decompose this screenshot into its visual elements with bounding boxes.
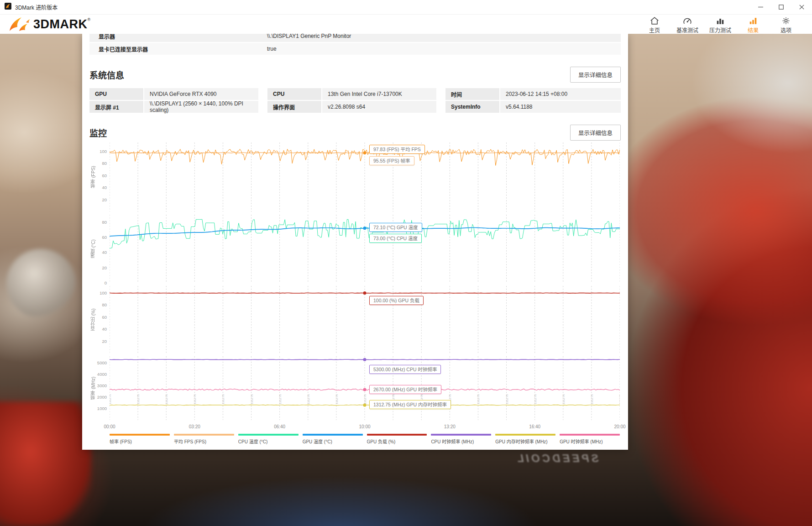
y-tick-label: 20 bbox=[102, 265, 107, 270]
plot-area-temperature[interactable]: 72.10 (°C) GPU 温度73.00 (°C) CPU 温度 bbox=[110, 215, 620, 283]
data-point-marker bbox=[363, 404, 367, 407]
registered-mark: ® bbox=[88, 17, 91, 22]
plot-area-load[interactable]: 100.00 (%) GPU 负载 bbox=[110, 286, 620, 353]
home-icon bbox=[650, 16, 659, 25]
nav-label: 选项 bbox=[781, 26, 791, 34]
x-tick-label: 20:00 bbox=[614, 424, 625, 429]
y-axis-title: 温度 (°C) bbox=[89, 215, 97, 283]
y-tick-label: 40 bbox=[102, 185, 107, 190]
legend-item[interactable]: GPU 温度 (°C) bbox=[303, 434, 363, 445]
system-info-header: 系统信息 显示详细信息 bbox=[89, 67, 621, 83]
background-car-part bbox=[0, 402, 91, 526]
cell-label: GPU bbox=[89, 88, 143, 100]
system-info-table: GPU NVIDIA GeForce RTX 4090 显示屏 #1 \\.\D… bbox=[89, 88, 621, 113]
maximize-button[interactable] bbox=[771, 0, 791, 14]
legend-item[interactable]: GPU 负载 (%) bbox=[367, 434, 427, 445]
svg-text:1312.75: 1312.75 bbox=[222, 394, 225, 404]
minimize-icon bbox=[758, 5, 763, 10]
svg-text:1312.75: 1312.75 bbox=[591, 394, 593, 404]
cell-value: 2023-06-12 14:15 +08:00 bbox=[500, 88, 621, 100]
data-point-marker bbox=[363, 291, 367, 295]
cell-value: NVIDIA GeForce RTX 4090 bbox=[144, 88, 258, 100]
legend-color-bar bbox=[110, 434, 170, 436]
data-point-marker bbox=[363, 358, 367, 361]
close-button[interactable] bbox=[791, 0, 812, 14]
y-tick-label: 100 bbox=[100, 149, 107, 154]
row-value: true bbox=[258, 46, 277, 52]
legend-label: GPU 时钟频率 (MHz) bbox=[560, 438, 620, 445]
data-point-marker bbox=[363, 388, 367, 391]
nav-stress-test[interactable]: 压力测试 bbox=[706, 16, 734, 34]
y-tick-label: 100 bbox=[100, 290, 107, 295]
svg-text:1312.75: 1312.75 bbox=[251, 394, 253, 404]
row-label: 显示器 bbox=[89, 34, 258, 40]
monitoring-charts: 帧率 (FPS) 10080604020 97.83 (FPS) 平均 FPS9… bbox=[89, 142, 621, 420]
table-row: GPU NVIDIA GeForce RTX 4090 bbox=[89, 88, 258, 100]
monitoring-details-button[interactable]: 显示详细信息 bbox=[570, 125, 621, 141]
chart-annotation: 1312.75 (MHz) GPU 内存时钟频率 bbox=[369, 400, 451, 409]
cell-value: v5.64.1188 bbox=[500, 101, 621, 113]
table-row: CPU 13th Gen Intel Core i7-13700K bbox=[267, 88, 436, 100]
table-row: 操作界面 v2.26.8098 s64 bbox=[267, 101, 436, 113]
chart-canvas bbox=[110, 215, 620, 283]
cell-label: SystemInfo bbox=[445, 101, 499, 113]
chart-fps: 帧率 (FPS) 10080604020 97.83 (FPS) 平均 FPS9… bbox=[89, 142, 621, 212]
x-tick-label: 16:40 bbox=[529, 424, 540, 429]
cell-value: \\.\DISPLAY1 (2560 × 1440, 100% DPI scal… bbox=[144, 101, 258, 113]
nav-home[interactable]: 主页 bbox=[640, 16, 669, 34]
nav-benchmark[interactable]: 基准测试 bbox=[673, 16, 702, 34]
legend-item[interactable]: GPU 内存时钟频率 (MHz) bbox=[495, 434, 555, 445]
chart-annotation: 73.00 (°C) CPU 温度 bbox=[369, 234, 422, 243]
chart-load-percent: 百分比 (%) 10080604020 100.00 (%) GPU 负载 bbox=[89, 286, 621, 353]
y-tick-label: 1000 bbox=[97, 406, 107, 411]
legend-item[interactable]: CPU 温度 (°C) bbox=[238, 434, 299, 445]
legend-color-bar bbox=[367, 434, 427, 436]
x-axis: 00:0003:2006:4010:0013:2016:4020:00 bbox=[89, 423, 621, 430]
y-axis-ticks: 10080604020 bbox=[97, 142, 110, 212]
svg-text:1312.75: 1312.75 bbox=[307, 394, 310, 404]
plot-area-frequency[interactable]: 1312.751312.751312.751312.751312.751312.… bbox=[110, 356, 620, 420]
nav-label: 基准测试 bbox=[676, 26, 698, 34]
legend-color-bar bbox=[303, 434, 363, 436]
x-tick-label: 13:20 bbox=[444, 424, 456, 429]
svg-text:1312.75: 1312.75 bbox=[335, 394, 338, 404]
y-tick-label: 3000 bbox=[97, 383, 107, 388]
y-tick-label: 4000 bbox=[97, 372, 107, 377]
table-row: SystemInfo v5.64.1188 bbox=[445, 101, 621, 113]
y-axis-ticks: 50004000300020001000 bbox=[97, 356, 110, 420]
gauge-icon bbox=[683, 16, 692, 25]
background-livery-text: SPEEDCOIL bbox=[515, 452, 599, 465]
system-info-details-button[interactable]: 显示详细信息 bbox=[570, 67, 621, 83]
x-tick-label: 03:20 bbox=[189, 424, 200, 429]
chart-canvas bbox=[110, 286, 620, 353]
y-tick-label: 60 bbox=[102, 173, 107, 178]
legend-color-bar bbox=[238, 434, 299, 436]
legend-row: 帧率 (FPS)平均 FPS (FPS)CPU 温度 (°C)GPU 温度 (°… bbox=[89, 434, 621, 445]
nav-results[interactable]: 结果 bbox=[739, 16, 767, 34]
y-tick-label: 40 bbox=[102, 326, 107, 331]
y-tick-label: 5000 bbox=[97, 360, 107, 365]
display-detail-table: 显示器 \\.\DISPLAY1 Generic PnP Monitor 显卡已… bbox=[89, 34, 621, 55]
cell-value: 13th Gen Intel Core i7-13700K bbox=[322, 88, 436, 100]
legend-label: GPU 内存时钟频率 (MHz) bbox=[495, 438, 555, 445]
plot-area-fps[interactable]: 97.83 (FPS) 平均 FPS95.55 (FPS) 帧率 bbox=[110, 142, 620, 212]
cell-value: v2.26.8098 s64 bbox=[322, 101, 436, 113]
legend-item[interactable]: 帧率 (FPS) bbox=[110, 434, 170, 445]
gear-icon bbox=[781, 16, 791, 25]
legend-color-bar bbox=[560, 434, 620, 436]
legend-item[interactable]: GPU 时钟频率 (MHz) bbox=[560, 434, 620, 445]
minimize-button[interactable] bbox=[750, 0, 771, 14]
y-tick-label: 80 bbox=[102, 302, 107, 307]
nav-options[interactable]: 选项 bbox=[772, 16, 800, 34]
legend-item[interactable]: CPU 时钟频率 (MHz) bbox=[431, 434, 491, 445]
chart-annotation: 5300.00 (MHz) CPU 时钟频率 bbox=[369, 365, 441, 374]
y-tick-label: 0 bbox=[105, 280, 107, 285]
window-titlebar: 3DMark 进阶版本 bbox=[0, 0, 812, 15]
data-point-marker bbox=[363, 151, 367, 154]
chart-annotation: 2670.00 (MHz) GPU 时钟频率 bbox=[369, 385, 441, 394]
legend-item[interactable]: 平均 FPS (FPS) bbox=[174, 434, 234, 445]
legend-color-bar bbox=[431, 434, 491, 436]
cell-label: 显示屏 #1 bbox=[89, 101, 143, 113]
brand-logo[interactable]: 3DMARK® bbox=[9, 15, 90, 34]
row-label: 显卡已连接至显示器 bbox=[89, 45, 258, 53]
